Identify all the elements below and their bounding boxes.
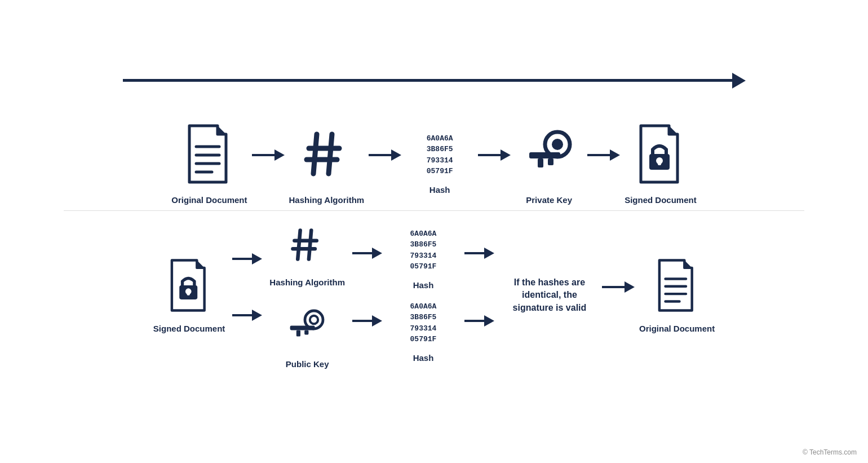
hash-bottom-2: 6A0A6A 3B86F5 793314 05791F Hash bbox=[389, 301, 457, 363]
arrow-head bbox=[252, 310, 262, 321]
hash-icon-bottom bbox=[287, 222, 327, 270]
original-document-bottom: Original Document bbox=[639, 257, 715, 333]
hashing-algorithm-label-top: Hashing Algorithm bbox=[289, 195, 365, 205]
arrow-head bbox=[372, 315, 382, 327]
arrow-2-top bbox=[369, 149, 401, 161]
document-icon-top bbox=[184, 123, 234, 187]
private-key-label: Private Key bbox=[526, 195, 572, 205]
arrow-fork-bottom bbox=[232, 310, 262, 321]
locked-doc-icon-bottom bbox=[167, 257, 212, 316]
hash-label-top: Hash bbox=[429, 185, 450, 195]
hash-value-bottom-1: 6A0A6A 3B86F5 793314 05791F bbox=[410, 228, 437, 272]
arrow-head bbox=[484, 248, 494, 259]
original-document-label-top: Original Document bbox=[171, 195, 247, 205]
big-arrow-head bbox=[732, 73, 746, 89]
private-key: Private Key bbox=[515, 123, 583, 205]
valid-text: If the hashes are identical, the signatu… bbox=[504, 276, 595, 314]
svg-point-9 bbox=[552, 139, 563, 150]
hash-icon-top bbox=[301, 123, 352, 187]
valid-text-container: If the hashes are identical, the signatu… bbox=[502, 276, 597, 314]
arrow-line bbox=[464, 252, 484, 254]
arrow-head bbox=[484, 315, 494, 327]
arrow-line bbox=[369, 154, 391, 156]
document-icon-bottom bbox=[654, 257, 699, 316]
original-document-label-bottom: Original Document bbox=[639, 324, 715, 333]
arrow-head bbox=[610, 149, 620, 161]
arrow-head bbox=[372, 248, 382, 259]
big-arrow-line bbox=[123, 79, 732, 82]
arrow-line bbox=[478, 154, 501, 156]
arrow-line bbox=[602, 286, 625, 288]
svg-rect-12 bbox=[548, 158, 553, 165]
svg-rect-11 bbox=[538, 158, 543, 167]
arrow-to-hash2 bbox=[352, 315, 382, 327]
big-arrow-container bbox=[68, 78, 800, 83]
svg-line-5 bbox=[329, 134, 332, 174]
arrow-to-valid-2 bbox=[464, 315, 494, 327]
signed-document-label-top: Signed Document bbox=[625, 195, 697, 205]
arrow-head bbox=[625, 281, 635, 293]
hashing-algorithm-label-bottom: Hashing Algorithm bbox=[269, 277, 345, 287]
arrow-to-hash1 bbox=[352, 248, 382, 259]
svg-rect-15 bbox=[658, 161, 661, 165]
hash-bottom-1: 6A0A6A 3B86F5 793314 05791F Hash bbox=[389, 228, 457, 290]
svg-rect-26 bbox=[296, 330, 300, 336]
hash-top: 6A0A6A 3B86F5 793314 05791F Hash bbox=[406, 133, 473, 195]
big-arrow bbox=[123, 78, 746, 83]
hashing-algorithm-top: Hashing Algorithm bbox=[289, 123, 365, 205]
key-icon-bottom bbox=[285, 304, 330, 351]
arrow-line bbox=[232, 314, 252, 316]
arrow-4-top bbox=[587, 149, 620, 161]
svg-rect-25 bbox=[290, 325, 315, 330]
arrow-head bbox=[252, 253, 262, 264]
arrow-to-original-doc bbox=[602, 281, 635, 293]
svg-line-19 bbox=[298, 230, 300, 259]
hash-value-bottom-2: 6A0A6A 3B86F5 793314 05791F bbox=[410, 301, 437, 345]
signed-document-label-bottom: Signed Document bbox=[153, 324, 225, 333]
locked-doc-icon-top bbox=[635, 123, 686, 187]
arrow-line bbox=[464, 320, 484, 322]
svg-rect-10 bbox=[529, 152, 560, 158]
section-divider bbox=[64, 210, 804, 211]
hash-label-bottom-2: Hash bbox=[413, 353, 434, 363]
arrow-fork-top bbox=[232, 253, 262, 264]
svg-line-4 bbox=[313, 134, 317, 174]
copyright: © TechTerms.com bbox=[803, 448, 857, 456]
svg-rect-18 bbox=[187, 292, 189, 296]
svg-rect-27 bbox=[304, 330, 308, 334]
arrow-1-top bbox=[252, 149, 285, 161]
hash-value-top: 6A0A6A 3B86F5 793314 05791F bbox=[427, 133, 453, 177]
arrow-head bbox=[274, 149, 285, 161]
arrow-to-valid-1 bbox=[464, 248, 494, 259]
svg-point-24 bbox=[310, 315, 318, 323]
key-icon-top bbox=[521, 123, 577, 187]
original-document-top: Original Document bbox=[171, 123, 247, 205]
signed-document-top: Signed Document bbox=[625, 123, 697, 205]
arrow-line bbox=[352, 320, 372, 322]
svg-line-20 bbox=[309, 230, 311, 259]
arrow-line bbox=[587, 154, 610, 156]
arrow-line bbox=[252, 154, 274, 156]
signed-document-bottom: Signed Document bbox=[153, 257, 225, 333]
public-key-label: Public Key bbox=[286, 359, 329, 369]
arrow-line bbox=[352, 252, 372, 254]
arrow-line bbox=[232, 258, 252, 260]
public-key: Public Key bbox=[273, 304, 341, 369]
arrow-3-top bbox=[478, 149, 511, 161]
verification-section: Signed Document bbox=[23, 222, 845, 369]
signing-section: Original Document Hashing Algorithm bbox=[23, 95, 845, 205]
arrow-head bbox=[391, 149, 401, 161]
hashing-algorithm-bottom: Hashing Algorithm bbox=[269, 222, 345, 287]
hash-label-bottom-1: Hash bbox=[413, 280, 434, 290]
main-container: Original Document Hashing Algorithm bbox=[0, 0, 868, 463]
arrow-head bbox=[501, 149, 511, 161]
